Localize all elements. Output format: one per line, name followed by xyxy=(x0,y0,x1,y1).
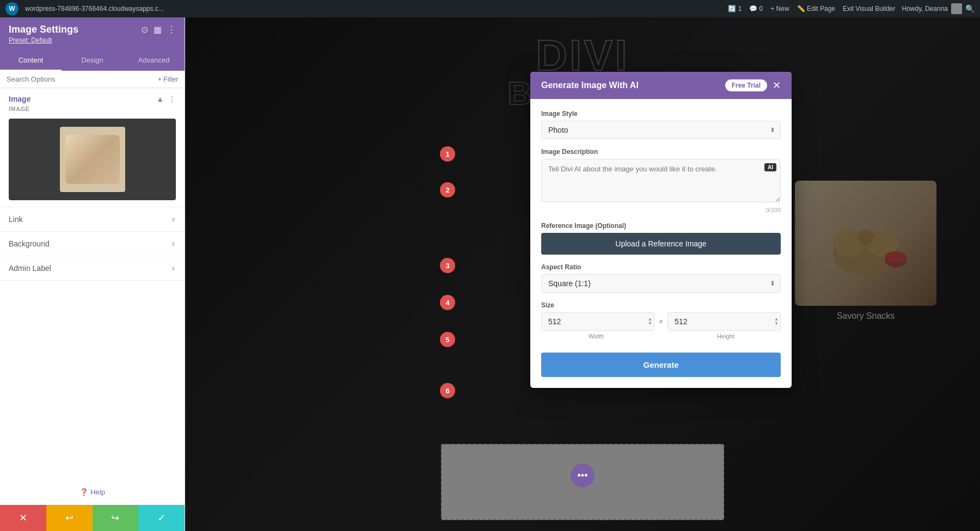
preset-link[interactable]: Preset: Default xyxy=(9,36,52,44)
search-icon[interactable]: 🔍 xyxy=(965,4,975,13)
image-style-field: Image Style Photo xyxy=(541,110,781,139)
char-count: 0/200 xyxy=(541,207,781,213)
wp-logo[interactable]: W xyxy=(5,2,19,15)
image-style-select[interactable]: Photo xyxy=(541,121,781,139)
help-link[interactable]: ❓ Help xyxy=(9,488,176,496)
site-url: wordpress-784896-3766464.cloudwaysapps.c… xyxy=(25,5,721,13)
textarea-wrapper: AI xyxy=(541,159,781,205)
link-section-header[interactable]: Link ∨ xyxy=(0,207,185,231)
admin-bar: W wordpress-784896-3766464.cloudwaysapps… xyxy=(0,0,980,17)
modal-header-right: Free Trial ✕ xyxy=(725,79,781,91)
reference-image-field: Reference Image (Optional) Upload a Refe… xyxy=(541,222,781,255)
height-spinner: ▲ ▼ xyxy=(774,317,779,326)
step-6-circle: 6 xyxy=(440,383,455,398)
image-description-label: Image Description xyxy=(541,148,781,156)
howdy-section: Howdy, Deanna 🔍 xyxy=(902,3,975,14)
image-section-header[interactable]: Image ▲ ⋮ xyxy=(9,95,176,103)
filter-button[interactable]: + Filter xyxy=(158,76,178,83)
width-input-wrap: ▲ ▼ xyxy=(541,312,654,331)
background-label: Background xyxy=(9,239,50,248)
image-description-field: Image Description AI 0/200 xyxy=(541,148,781,213)
help-section: ❓ Help xyxy=(0,479,185,505)
floating-dots-button[interactable]: ••• xyxy=(571,464,595,487)
redo-button[interactable]: ↪ xyxy=(93,505,139,531)
sidebar-bottom-toolbar: ✕ ↩ ↪ ✓ xyxy=(0,505,185,531)
free-trial-badge[interactable]: Free Trial xyxy=(725,79,767,91)
height-input-wrap: ▲ ▼ xyxy=(667,312,781,331)
upload-reference-button[interactable]: Upload a Reference Image xyxy=(541,233,781,255)
background-section-header[interactable]: Background ∨ xyxy=(0,232,185,256)
more-icon[interactable]: ⋮ xyxy=(167,24,176,35)
image-style-select-wrapper: Photo xyxy=(541,121,781,139)
new-button[interactable]: + New xyxy=(770,5,789,13)
generate-button[interactable]: Generate xyxy=(541,353,781,377)
ai-badge: AI xyxy=(764,163,776,171)
more-options-icon[interactable]: ⋮ xyxy=(168,95,176,103)
image-style-label: Image Style xyxy=(541,110,781,118)
comment-icon[interactable]: 🔄 1 xyxy=(728,5,742,13)
sidebar: Image Settings ⊙ ▦ ⋮ Preset: Default Con… xyxy=(0,17,185,531)
tab-content[interactable]: Content xyxy=(0,51,62,71)
main-layout: Image Settings ⊙ ▦ ⋮ Preset: Default Con… xyxy=(0,17,980,531)
width-down-arrow[interactable]: ▼ xyxy=(648,322,652,326)
image-preview xyxy=(60,127,125,192)
modal-body: Image Style Photo Image Description AI 0… xyxy=(530,99,792,388)
step-1-circle: 1 xyxy=(440,146,455,162)
sidebar-title: Image Settings xyxy=(9,24,78,35)
exit-builder-link[interactable]: Exit Visual Builder xyxy=(843,5,896,13)
width-input[interactable] xyxy=(541,312,654,331)
step-5-circle: 5 xyxy=(440,332,455,347)
reference-image-label: Reference Image (Optional) xyxy=(541,222,781,230)
close-button[interactable]: ✕ xyxy=(0,505,46,531)
width-spinner: ▲ ▼ xyxy=(648,317,652,326)
layout-icon[interactable]: ▦ xyxy=(154,24,162,35)
aspect-ratio-select-wrapper: Square (1:1) xyxy=(541,274,781,293)
settings-icon[interactable]: ⊙ xyxy=(141,24,148,35)
height-input[interactable] xyxy=(667,312,781,331)
undo-button[interactable]: ↩ xyxy=(46,505,93,531)
step-2-circle: 2 xyxy=(440,182,455,197)
step-3-circle: 3 xyxy=(440,258,455,273)
admin-label-section: Admin Label ∨ xyxy=(0,256,185,281)
link-section: Link ∨ xyxy=(0,207,185,232)
background-section: Background ∨ xyxy=(0,232,185,256)
modal-title: Generate Image With AI xyxy=(541,81,639,90)
aspect-ratio-label: Aspect Ratio xyxy=(541,263,781,271)
image-section: Image ▲ ⋮ Image xyxy=(0,88,185,207)
modal-close-button[interactable]: ✕ xyxy=(773,81,781,90)
image-sublabel: Image xyxy=(9,106,30,112)
image-section-title: Image xyxy=(9,95,30,103)
size-field: Size ▲ ▼ × ▲ xyxy=(541,301,781,339)
step-4-circle: 4 xyxy=(440,295,455,310)
image-description-textarea[interactable] xyxy=(541,159,781,202)
aspect-ratio-select[interactable]: Square (1:1) xyxy=(541,274,781,293)
page-content: DIVI BAKERY Savo xyxy=(185,17,980,531)
ai-modal: Generate Image With AI Free Trial ✕ Imag… xyxy=(530,72,792,388)
tab-design[interactable]: Design xyxy=(62,51,123,71)
confirm-button[interactable]: ✓ xyxy=(138,505,185,531)
notification-icon[interactable]: 💬 0 xyxy=(749,5,763,13)
section-icons: ▲ ⋮ xyxy=(156,95,176,103)
help-icon: ❓ xyxy=(79,488,88,496)
height-down-arrow[interactable]: ▼ xyxy=(774,322,779,326)
size-labels: Width Height xyxy=(541,333,781,339)
height-label: Height xyxy=(671,333,781,339)
link-label: Link xyxy=(9,215,23,224)
admin-label-section-header[interactable]: Admin Label ∨ xyxy=(0,256,185,280)
aspect-ratio-field: Aspect Ratio Square (1:1) xyxy=(541,263,781,293)
search-bar: + Filter xyxy=(0,71,185,88)
sidebar-header-icons: ⊙ ▦ ⋮ xyxy=(141,24,176,35)
tab-advanced[interactable]: Advanced xyxy=(123,51,185,71)
size-label: Size xyxy=(541,301,781,309)
donut-image xyxy=(65,135,120,184)
admin-label-text: Admin Label xyxy=(9,264,51,273)
edit-page-link[interactable]: ✏️ Edit Page xyxy=(797,5,835,13)
search-input[interactable] xyxy=(7,75,154,83)
collapse-icon[interactable]: ▲ xyxy=(156,95,164,103)
image-thumbnail xyxy=(9,119,176,200)
admin-bar-icons: 🔄 1 💬 0 + New ✏️ Edit Page Exit Visual B… xyxy=(728,5,895,13)
background-chevron-icon: ∨ xyxy=(171,240,176,248)
size-row: ▲ ▼ × ▲ ▼ xyxy=(541,312,781,331)
sidebar-header: Image Settings ⊙ ▦ ⋮ Preset: Default xyxy=(0,17,185,51)
link-chevron-icon: ∨ xyxy=(171,215,176,223)
